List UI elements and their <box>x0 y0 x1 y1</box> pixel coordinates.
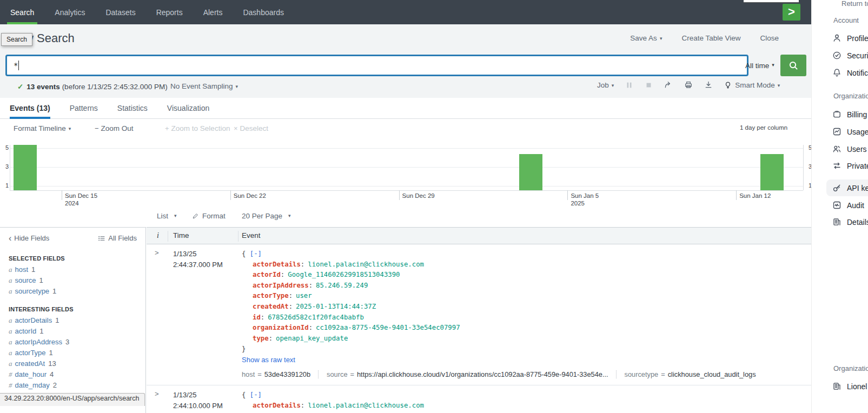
expand-event-chevron[interactable]: > <box>147 249 173 378</box>
zoom-out-button[interactable]: −Zoom Out <box>95 124 134 132</box>
billing-icon <box>832 110 842 119</box>
key-icon <box>832 183 842 192</box>
hide-fields-button[interactable]: ‹Hide Fields <box>9 234 49 242</box>
print-icon[interactable] <box>684 81 693 89</box>
column-header-event: Event <box>242 231 261 239</box>
x-axis-tick <box>230 190 231 200</box>
field-sourcetype[interactable]: asourcetype1 <box>9 288 145 295</box>
timeline-bar-2025-01-13[interactable] <box>760 154 784 190</box>
field-date_mday[interactable]: #date_mday2 <box>9 382 145 389</box>
job-menu[interactable]: Job <box>597 81 614 89</box>
browser-status-url: 34.29.223.20:8000/en-US/app/search/searc… <box>0 393 145 406</box>
menu-item-security[interactable]: Security <box>832 51 868 60</box>
tab-patterns[interactable]: Patterns <box>70 98 98 118</box>
nav-tab-dashboards[interactable]: Dashboards <box>233 0 294 24</box>
menu-item-api-keys[interactable]: API keys <box>832 183 868 192</box>
interesting-fields-header: INTERESTING FIELDS <box>9 306 145 312</box>
format-button[interactable]: Format <box>192 212 226 220</box>
event-meta: host=53de4339120b source=https://api.cli… <box>242 370 811 378</box>
field-actorType[interactable]: aactorType1 <box>9 349 145 357</box>
building-icon <box>832 382 842 391</box>
all-fields-button[interactable]: All Fields <box>98 234 137 242</box>
x-axis-line <box>10 190 803 191</box>
nav-tab-alerts[interactable]: Alerts <box>193 0 233 24</box>
field-actorIpAddress[interactable]: aactorIpAddress3 <box>9 338 145 346</box>
create-table-view-button[interactable]: Create Table View <box>681 34 740 42</box>
meta-host[interactable]: host=53de4339120b <box>242 370 310 378</box>
search-input[interactable]: * <box>5 55 748 76</box>
field-source[interactable]: asource1 <box>9 277 145 284</box>
zoom-to-selection-button[interactable]: +Zoom to Selection <box>165 124 230 132</box>
return-to-link[interactable]: Return to <box>842 0 868 8</box>
timeline-bar-2024-12-13[interactable] <box>14 145 37 190</box>
tab-events[interactable]: Events (13) <box>10 98 50 118</box>
x-axis-label: Sun Jan 52025 <box>571 192 599 207</box>
splunk-logo-icon[interactable]: > <box>783 4 800 21</box>
share-icon[interactable] <box>664 81 673 89</box>
gridline <box>10 167 803 168</box>
collapse-json-link[interactable]: [-] <box>250 391 262 398</box>
show-raw-text-link[interactable]: Show as raw text <box>242 356 295 364</box>
tab-visualization[interactable]: Visualization <box>167 98 209 118</box>
pause-icon[interactable] <box>625 81 633 89</box>
timeline-bar-2025-01-03[interactable] <box>519 154 542 190</box>
x-axis-label: Sun Dec 22 <box>234 192 266 199</box>
save-as-button[interactable]: Save As <box>630 34 662 42</box>
menu-item-details[interactable]: Details <box>832 217 868 227</box>
field-date_hour[interactable]: #date_hour4 <box>9 371 145 378</box>
download-icon[interactable] <box>704 81 713 89</box>
menu-item-notifications[interactable]: Notifications <box>832 68 868 77</box>
field-host[interactable]: ahost1 <box>9 266 145 274</box>
search-submit-button[interactable] <box>780 55 806 76</box>
nav-tab-datasets[interactable]: Datasets <box>95 0 145 24</box>
bell-icon <box>832 68 842 77</box>
fields-panel: ‹Hide Fields All Fields SELECTED FIELDS … <box>0 227 146 413</box>
collapse-json-link[interactable]: [-] <box>250 250 262 257</box>
field-createdAt[interactable]: acreatedAt13 <box>9 360 145 368</box>
pencil-icon <box>192 212 199 219</box>
time-range-picker[interactable]: All time <box>745 55 774 76</box>
section-label-organization: Organization <box>833 92 868 100</box>
close-button[interactable]: Close <box>760 34 779 42</box>
menu-item-profile[interactable]: Profile <box>832 34 868 43</box>
field-actorId[interactable]: aactorId1 <box>9 328 145 335</box>
section-label-organizations: Organizations <box>833 364 868 372</box>
nav-tab-analytics[interactable]: Analytics <box>44 0 95 24</box>
format-timeline-dropdown[interactable]: Format Timeline <box>14 124 71 132</box>
field-actorDetails[interactable]: aactorDetails1 <box>9 317 145 324</box>
menu-item-audit[interactable]: Audit <box>832 201 864 210</box>
event-row: > 1/13/25 2:44:10.000 PM { [-] actorDeta… <box>147 385 811 411</box>
per-page-dropdown[interactable]: 20 Per Page <box>242 212 291 220</box>
meta-sourcetype[interactable]: sourcetype=clickhouse_cloud_audit_logs <box>625 370 756 378</box>
menu-item-users[interactable]: Users <box>832 144 867 154</box>
event-sampling-dropdown[interactable]: No Event Sampling <box>170 82 238 90</box>
search-header: New Search Search Save As Create Table V… <box>0 24 811 98</box>
menu-item-billing[interactable]: Billing <box>832 110 867 119</box>
list-type-dropdown[interactable]: List <box>157 212 177 220</box>
nav-tab-search[interactable]: Search <box>0 0 44 24</box>
list-controls: List Format 20 Per Page <box>0 208 811 227</box>
nav-tab-reports[interactable]: Reports <box>146 0 193 24</box>
splunk-search-page: Search Analytics Datasets Reports Alerts… <box>0 0 868 413</box>
event-count: 13 events <box>26 83 60 91</box>
deselect-button[interactable]: ×Deselect <box>234 124 268 132</box>
x-axis-label: Sun Dec 29 <box>402 192 435 199</box>
y-axis-label-left: 5 <box>2 144 9 151</box>
timeline-chart: 553311Sun Dec 152024Sun Dec 22Sun Dec 29… <box>0 139 811 208</box>
stop-icon[interactable] <box>645 81 653 89</box>
meta-source[interactable]: source=https://api.clickhouse.cloud/v1/o… <box>327 370 608 378</box>
meta-divider <box>318 370 319 378</box>
menu-item-usage[interactable]: Usage <box>832 127 868 136</box>
events-table-header: i Time Event <box>147 227 811 244</box>
smart-mode-dropdown[interactable]: Smart Mode <box>724 81 780 89</box>
expand-event-chevron[interactable]: > <box>147 390 173 411</box>
timeline-controls: Format Timeline −Zoom Out +Zoom to Selec… <box>0 119 811 139</box>
event-count-detail: (before 1/13/25 2:45:32.000 PM) <box>62 83 168 91</box>
timeline-scale-note: 1 day per column <box>740 124 787 131</box>
y-axis-label-left: 3 <box>2 163 9 170</box>
menu-item-private-endpoints[interactable]: Private <box>832 161 868 170</box>
tab-statistics[interactable]: Statistics <box>117 98 148 118</box>
menu-item-organization-lionel[interactable]: Lionel <box>832 382 867 391</box>
y-axis-line-right <box>803 145 804 190</box>
event-time: 1/13/25 2:44:37.000 PM <box>173 249 242 378</box>
